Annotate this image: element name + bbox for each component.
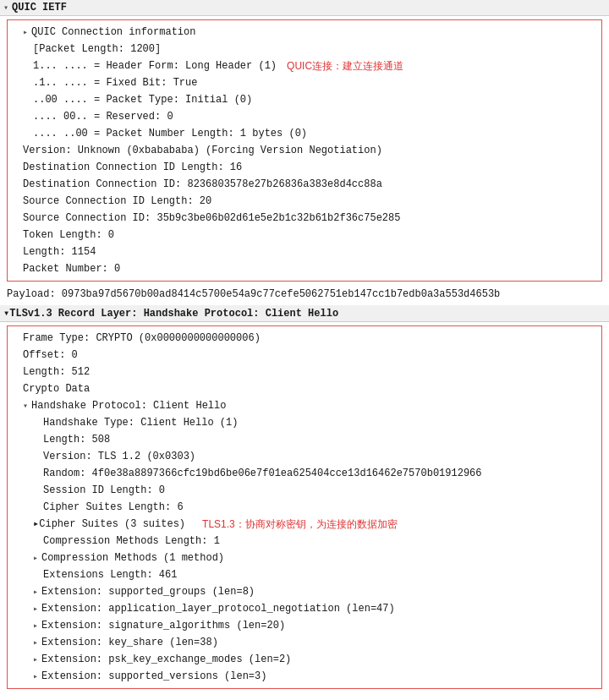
quic-token-len-text: Token Length: 0 <box>23 227 114 243</box>
tls-comp-methods-row[interactable]: ▸ Compression Methods (1 method) <box>13 550 596 566</box>
tls-ext-psk-text: Extension: psk_key_exchange_modes (len=2… <box>41 652 291 667</box>
quic-version-text: Version: Unknown (0xbabababa) (Forcing V… <box>23 143 382 158</box>
tls-ext-sg-text: Extension: supported_groups (len=8) <box>41 584 255 599</box>
tls-comp-methods-len-row: Compression Methods Length: 1 <box>13 533 596 550</box>
tls-ext-key-share-text: Extension: key_share (len=38) <box>41 635 218 650</box>
tls-ext-psk-row[interactable]: ▸ Extension: psk_key_exchange_modes (len… <box>13 651 596 668</box>
tls-ext-sig-alg-row[interactable]: ▸ Extension: signature_algorithms (len=2… <box>13 617 596 634</box>
quic-src-conn-id-row: Source Connection ID: 35b9c3be06b02d61e5… <box>13 210 596 227</box>
quic-token-len-row: Token Length: 0 <box>13 227 596 243</box>
tls-comp-methods-arrow: ▸ <box>33 552 38 565</box>
tls-handshake-length-text: Length: 508 <box>43 432 110 447</box>
tls-cipher-suites-len-row: Cipher Suites Length: 6 <box>13 499 596 516</box>
tls-frame-type-text: Frame Type: CRYPTO (0x0000000000000006) <box>23 331 261 346</box>
quic-length-text: Length: 1154 <box>23 244 96 260</box>
main-container: ▾ QUIC IETF ▸ QUIC Connection informatio… <box>0 0 609 689</box>
tls-ext-psk-arrow: ▸ <box>33 654 38 666</box>
tls-crypto-data-text: Crypto Data <box>23 381 90 396</box>
quic-fixed-bit-text: .1.. .... = Fixed Bit: True <box>33 75 197 90</box>
quic-pkt-num-len-text: .... ..00 = Packet Number Length: 1 byte… <box>33 126 307 141</box>
quic-connection-title: QUIC Connection information <box>31 25 195 40</box>
tls-length-row: Length: 512 <box>13 364 596 380</box>
quic-src-conn-id-len-text: Source Connection ID Length: 20 <box>23 194 211 209</box>
quic-connection-title-row[interactable]: ▸ QUIC Connection information <box>13 24 596 41</box>
tls-offset-text: Offset: 0 <box>23 347 78 363</box>
quic-header-label: QUIC IETF <box>12 2 67 14</box>
quic-header-form-row: 1... .... = Header Form: Long Header (1)… <box>13 57 596 74</box>
tls-ext-alpn-text: Extension: application_layer_protocol_ne… <box>41 601 395 616</box>
quic-packet-type-text: ..00 .... = Packet Type: Initial (0) <box>33 92 252 107</box>
quic-length-row: Length: 1154 <box>13 243 596 260</box>
quic-bordered-box: ▸ QUIC Connection information [Packet Le… <box>7 19 602 282</box>
tls-ext-sup-ver-row[interactable]: ▸ Extension: supported_versions (len=3) <box>13 668 596 685</box>
quic-packet-length: [Packet Length: 1200] <box>33 41 161 57</box>
tls-cipher-suites-row[interactable]: ▸ Cipher Suites (3 suites) TLS1.3：协商对称密钥… <box>13 516 596 533</box>
tls-frame-type-row: Frame Type: CRYPTO (0x0000000000000006) <box>13 330 596 347</box>
tls-session-id-len-text: Session ID Length: 0 <box>43 483 165 498</box>
tls-ext-sup-ver-arrow: ▸ <box>33 670 38 683</box>
tls-handshake-length-row: Length: 508 <box>13 431 596 448</box>
quic-dst-conn-id-len-text: Destination Connection ID Length: 16 <box>23 160 242 175</box>
quic-section-header[interactable]: ▾ QUIC IETF <box>0 0 609 16</box>
tls-cipher-suites-len-text: Cipher Suites Length: 6 <box>43 500 184 515</box>
tls-comp-methods-text: Compression Methods (1 method) <box>41 550 224 566</box>
quic-version-row: Version: Unknown (0xbabababa) (Forcing V… <box>13 142 596 159</box>
tls-handshake-label: Handshake Protocol: Client Hello <box>31 398 226 413</box>
quic-pkt-num-len-row: .... ..00 = Packet Number Length: 1 byte… <box>13 125 596 142</box>
tls-ext-sig-alg-arrow: ▸ <box>33 620 38 632</box>
tls-collapse-arrow: ▾ <box>3 307 9 320</box>
tls-handshake-arrow: ▾ <box>23 400 28 413</box>
quic-fixed-bit-row: .1.. .... = Fixed Bit: True <box>13 74 596 91</box>
tls-crypto-data-row: Crypto Data <box>13 380 596 397</box>
tls-ext-alpn-arrow: ▸ <box>33 603 38 615</box>
quic-dst-conn-id-text: Destination Connection ID: 8236803578e27… <box>23 177 382 192</box>
tls-offset-row: Offset: 0 <box>13 347 596 364</box>
quic-annotation-1: QUIC连接：建立连接通道 <box>287 58 403 74</box>
quic-src-conn-id-len-row: Source Connection ID Length: 20 <box>13 193 596 210</box>
tls-handshake-type-text: Handshake Type: Client Hello (1) <box>43 415 238 430</box>
tls-handshake-type-row: Handshake Type: Client Hello (1) <box>13 414 596 431</box>
tls-ext-alpn-row[interactable]: ▸ Extension: application_layer_protocol_… <box>13 600 596 617</box>
quic-src-conn-id-text: Source Connection ID: 35b9c3be06b02d61e5… <box>23 211 400 226</box>
tls-ext-key-share-row[interactable]: ▸ Extension: key_share (len=38) <box>13 634 596 651</box>
quic-dst-conn-id-len-row: Destination Connection ID Length: 16 <box>13 159 596 176</box>
tls-version-text: Version: TLS 1.2 (0x0303) <box>43 449 195 464</box>
quic-dst-conn-id-row: Destination Connection ID: 8236803578e27… <box>13 176 596 193</box>
quic-pkt-num-text: Packet Number: 0 <box>23 261 120 276</box>
tls-ext-len-row: Extensions Length: 461 <box>13 566 596 583</box>
quic-connection-expand-arrow: ▸ <box>23 26 28 39</box>
tls-comp-methods-len-text: Compression Methods Length: 1 <box>43 533 220 549</box>
tls-bordered-box: Frame Type: CRYPTO (0x0000000000000006) … <box>7 325 602 689</box>
tls-cipher-suites-text: Cipher Suites (3 suites) <box>39 517 185 532</box>
tls-ext-sig-alg-text: Extension: signature_algorithms (len=20) <box>41 618 285 633</box>
quic-header-form-text: 1... .... = Header Form: Long Header (1) <box>33 58 277 74</box>
quic-reserved-text: .... 00.. = Reserved: 0 <box>33 109 173 124</box>
tls-handshake-header-row[interactable]: ▾ Handshake Protocol: Client Hello <box>13 397 596 414</box>
tls-ext-sg-arrow: ▸ <box>33 586 38 599</box>
payload-row: Payload: 0973ba97d5670b00ad8414c5700e54a… <box>0 285 609 304</box>
tls-version-row: Version: TLS 1.2 (0x0303) <box>13 448 596 465</box>
quic-reserved-row: .... 00.. = Reserved: 0 <box>13 108 596 125</box>
tls-session-id-len-row: Session ID Length: 0 <box>13 482 596 499</box>
payload-text: Payload: 0973ba97d5670b00ad8414c5700e54a… <box>7 288 500 300</box>
tls-ext-key-share-arrow: ▸ <box>33 637 38 649</box>
quic-pkt-num-row: Packet Number: 0 <box>13 260 596 277</box>
tls-header-label: TLSv1.3 Record Layer: Handshake Protocol… <box>9 308 338 320</box>
tls-random-text: Random: 4f0e38a8897366cfc19bd6be06e7f01e… <box>43 466 481 481</box>
tls-ext-sup-ver-text: Extension: supported_versions (len=3) <box>41 669 266 684</box>
tls-random-row: Random: 4f0e38a8897366cfc19bd6be06e7f01e… <box>13 465 596 482</box>
quic-packet-length-row: [Packet Length: 1200] <box>13 41 596 57</box>
tls-cipher-suites-arrow: ▸ <box>33 517 39 532</box>
tls-ext-len-text: Extensions Length: 461 <box>43 567 177 582</box>
tls-section-header[interactable]: ▾ TLSv1.3 Record Layer: Handshake Protoc… <box>0 305 609 322</box>
quic-collapse-arrow: ▾ <box>3 3 8 13</box>
tls-annotation-cipher: TLS1.3：协商对称密钥，为连接的数据加密 <box>202 517 398 532</box>
quic-packet-type-row: ..00 .... = Packet Type: Initial (0) <box>13 91 596 108</box>
tls-length-text: Length: 512 <box>23 364 90 380</box>
tls-ext-supported-groups-row[interactable]: ▸ Extension: supported_groups (len=8) <box>13 583 596 600</box>
